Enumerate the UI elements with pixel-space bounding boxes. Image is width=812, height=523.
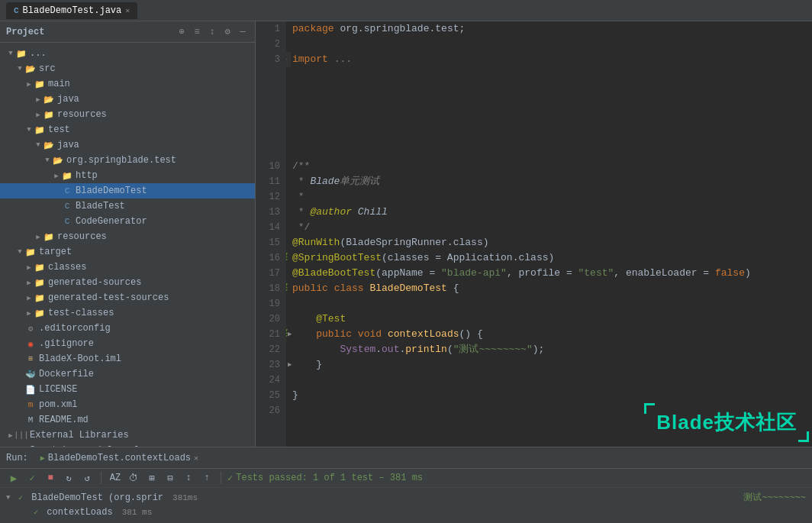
run-tab-label: BladeDemoTest.contextLoads — [48, 453, 191, 463]
tree-label: BladeX-Boot.iml — [39, 354, 121, 364]
file-icon: 📄 — [24, 383, 37, 395]
class-icon: C — [61, 200, 73, 212]
run-tab-bladedemotest[interactable]: ▶ BladeDemoTest.contextLoads ✕ — [34, 451, 205, 465]
run-item-label-1: contextLoads — [41, 507, 113, 518]
code-line-2 — [292, 37, 806, 52]
md-icon: M — [24, 414, 37, 426]
tree-arrow: ▼ — [15, 248, 24, 256]
tree-item-test-classes[interactable]: ▶ 📁 test-classes — [0, 305, 255, 321]
tree-label: generated-sources — [48, 277, 141, 288]
close-sidebar-icon[interactable]: — — [237, 26, 249, 38]
tree-item-root[interactable]: ▼ 📁 ... — [0, 46, 255, 61]
expand-button[interactable]: ⊞ — [144, 470, 160, 486]
folder-icon: 📁 — [34, 292, 46, 304]
tree-item-dockerfile[interactable]: 🐳 Dockerfile — [0, 366, 255, 382]
tree-label: .editorconfig — [39, 323, 111, 334]
folder-icon: 📁 — [24, 246, 37, 258]
class-icon: C — [61, 215, 73, 228]
run-result-item-0[interactable]: ▼ ✓ BladeDemoTest (org.sprir 381ms 测试~~~… — [0, 489, 812, 505]
collapse-button[interactable]: ⊟ — [163, 470, 178, 486]
rerun-button[interactable]: ↻ — [61, 470, 76, 486]
editor-content: 1 2 3 10 11 12 13 14 15 16 17 18 19 — [256, 21, 812, 447]
settings-icon[interactable]: ⚙ — [221, 26, 234, 38]
tree-item-src[interactable]: ▼ 📂 src — [0, 61, 255, 76]
tree-item-bladetest[interactable]: C BladeTest — [0, 199, 255, 214]
play-button[interactable]: ▶ — [6, 470, 21, 486]
folder-icon: 📁 — [34, 124, 46, 136]
tree-item-readme[interactable]: M README.md — [0, 412, 255, 428]
run-item-output-0: 测试~~~~~~~~ — [743, 491, 806, 504]
code-content[interactable]: package org.springblade.test; ▶ import .… — [286, 21, 812, 447]
tree-item-org[interactable]: ▼ 📂 org.springblade.test — [0, 153, 255, 168]
run-item-time-1: 381 ms — [122, 508, 153, 517]
folder-src-icon: 📂 — [52, 154, 64, 166]
code-line-20: @Test — [292, 312, 806, 327]
tree-label: main — [48, 79, 70, 89]
tree-item-license[interactable]: 📄 LICENSE — [0, 382, 255, 397]
tree-item-gitignore[interactable]: ◉ .gitignore — [0, 336, 255, 351]
tree-arrow: ▶ — [34, 233, 43, 241]
tree-item-http[interactable]: ▶ 📁 http — [0, 168, 255, 183]
tree-item-codegenerator[interactable]: C CodeGenerator — [0, 214, 255, 229]
tree-arrow: ▼ — [43, 157, 52, 164]
tree-item-resources-main[interactable]: ▶ 📁 resources — [0, 107, 255, 122]
code-line-24 — [292, 373, 806, 388]
tree-label: org.springblade.test — [66, 155, 176, 166]
tree-arrow: ▶ — [24, 294, 34, 302]
tree-item-main[interactable]: ▶ 📁 main — [0, 76, 255, 92]
tree-item-editorconfig[interactable]: ⚙ .editorconfig — [0, 321, 255, 336]
tree-label: src — [39, 63, 56, 74]
code-line-19 — [292, 296, 806, 312]
collapse-all-icon[interactable]: ≡ — [191, 26, 203, 38]
expand-icon: ▼ — [6, 494, 15, 502]
tree-item-java-main[interactable]: ▶ 📂 java — [0, 92, 255, 107]
run-label: Run: — [6, 453, 28, 463]
tree-item-bladedemotest[interactable]: C BladeDemoTest — [0, 183, 255, 199]
tree-item-iml[interactable]: ≡ BladeX-Boot.iml — [0, 351, 255, 366]
new-file-icon[interactable]: ⊕ — [176, 26, 188, 38]
tree-item-test[interactable]: ▼ 📁 test — [0, 122, 255, 137]
tree-item-generated-test-sources[interactable]: ▶ 📁 generated-test-sources — [0, 290, 255, 305]
tree-label: resources — [57, 231, 107, 242]
tree-arrow: ▶ — [34, 111, 43, 119]
tests-passed-text: Tests passed: 1 of 1 test – 381 ms — [236, 473, 423, 483]
code-line-25: } — [292, 388, 806, 403]
tree-label: test-classes — [48, 308, 114, 318]
code-line-1: package org.springblade.test; — [292, 21, 806, 37]
code-line-12: * — [292, 189, 806, 205]
bottom-tab-bar: Run: ▶ BladeDemoTest.contextLoads ✕ — [0, 447, 812, 469]
run-results: ▼ ✓ BladeDemoTest (org.sprir 381ms 测试~~~… — [0, 488, 812, 523]
run-tab-close[interactable]: ✕ — [194, 454, 198, 463]
scroll-button[interactable]: ↕ — [181, 470, 196, 486]
rerun-failed-button[interactable]: ↺ — [79, 470, 95, 486]
sort-dur-button[interactable]: ⏱ — [126, 470, 141, 486]
tree-label: pom.xml — [39, 399, 77, 410]
folder-icon: 📁 — [34, 276, 46, 289]
tab-close-button[interactable]: ✕ — [125, 6, 130, 15]
tree-item-java-test[interactable]: ▼ 📂 java — [0, 137, 255, 153]
stop-button[interactable]: ■ — [43, 470, 58, 486]
folder-icon: 📁 — [34, 307, 46, 319]
sort-alpha-button[interactable]: AZ — [108, 470, 123, 486]
tree-arrow: ▶ — [52, 172, 61, 180]
folder-icon: 📁 — [61, 169, 73, 182]
tree-item-external-libs[interactable]: ▶ ||| External Libraries — [0, 428, 255, 443]
library-icon: ||| — [15, 429, 27, 441]
tree-label: classes — [48, 262, 86, 273]
tree-item-generated-sources[interactable]: ▶ 📁 generated-sources — [0, 275, 255, 290]
up-button[interactable]: ↑ — [199, 470, 214, 486]
tree-arrow: ▼ — [6, 50, 15, 57]
code-editor: 1 2 3 10 11 12 13 14 15 16 17 18 19 — [256, 21, 812, 447]
check-button[interactable]: ✓ — [24, 470, 40, 486]
sort-icon[interactable]: ↕ — [206, 26, 218, 38]
tree-item-pom[interactable]: m pom.xml — [0, 397, 255, 412]
run-result-item-1[interactable]: ✓ contextLoads 381 ms — [0, 505, 812, 519]
tree-item-target[interactable]: ▼ 📁 target — [0, 244, 255, 260]
tree-item-classes[interactable]: ▶ 📁 classes — [0, 260, 255, 275]
tree-label: resources — [57, 109, 107, 120]
tree-label: target — [39, 247, 72, 257]
editor-tab-bladedemotest[interactable]: C BladeDemoTest.java ✕ — [6, 2, 137, 19]
pass-icon-1: ✓ — [34, 508, 38, 517]
tree-item-resources-test[interactable]: ▶ 📁 resources — [0, 229, 255, 244]
folder-icon: 📁 — [34, 261, 46, 273]
